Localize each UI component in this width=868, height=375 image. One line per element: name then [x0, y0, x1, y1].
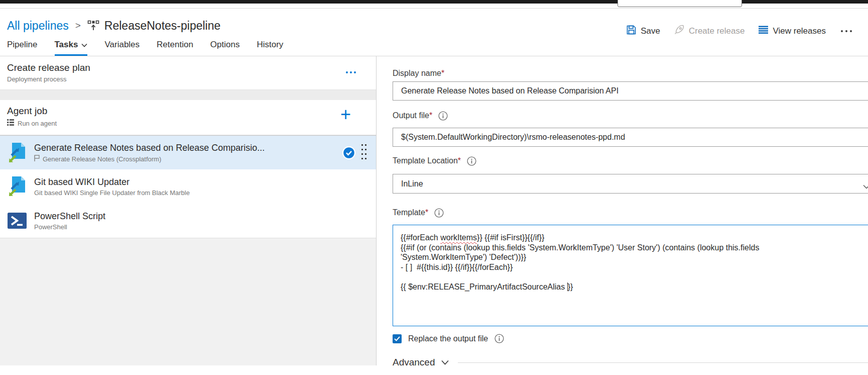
global-search-input[interactable] [617, 0, 742, 7]
tab-variables[interactable]: Variables [104, 40, 140, 56]
view-releases-label: View releases [773, 26, 826, 36]
template-info-icon[interactable] [434, 208, 444, 218]
process-subtitle: Deployment process [7, 75, 376, 83]
task-subtitle: Git based WIKI Single File Updater from … [34, 189, 190, 197]
pipeline-tabs: Pipeline Tasks Variables Retention Optio… [7, 40, 868, 56]
template-textarea[interactable]: {{#forEach workItems}} {{#if isFirst}}{{… [393, 225, 868, 326]
list-icon [759, 26, 768, 36]
process-more-button[interactable] [344, 69, 358, 75]
output-file-info-icon[interactable] [438, 111, 448, 121]
task-subtitle: Generate Release Notes (Crossplatform) [43, 155, 161, 163]
required-asterisk: * [429, 111, 432, 120]
breadcrumb-all-pipelines-link[interactable]: All pipelines [7, 19, 69, 33]
tab-tasks[interactable]: Tasks [55, 40, 88, 56]
template-line: {{#if (or (contains (lookup this.fields … [401, 243, 863, 253]
misspelled-word: workItems [440, 233, 477, 242]
advanced-section-toggle[interactable]: Advanced [393, 357, 868, 368]
template-location-label: Template Location* [393, 156, 868, 166]
agent-job-header[interactable]: Agent job Run on agent + [0, 100, 376, 135]
wiki-updater-task-icon [7, 176, 27, 197]
required-asterisk: * [458, 156, 461, 165]
chevron-down-icon [863, 182, 868, 191]
output-file-input[interactable] [393, 128, 868, 147]
replace-output-info-icon[interactable] [494, 334, 504, 343]
template-line: - [ ] #{{this.id}} {{/if}}{{/forEach}} [401, 262, 863, 272]
release-pipeline-editor: All pipelines > ReleaseNotes-pipeline [0, 0, 868, 375]
agent-job-subtitle: Run on agent [18, 120, 57, 127]
process-title: Create release plan [7, 62, 376, 73]
view-releases-button[interactable]: View releases [759, 26, 826, 36]
template-line [401, 272, 863, 282]
template-line: {{ $env:RELEASE_PrimaryArtifactSourceAli… [401, 282, 863, 292]
tab-pipeline[interactable]: Pipeline [7, 40, 38, 56]
task-subtitle: PowerShell [34, 223, 67, 231]
template-line: 'System.WorkItemType') 'Defect'))}} [401, 252, 863, 262]
template-line: {{#forEach workItems}} {{#if isFirst}}{{… [401, 233, 863, 243]
chevron-down-icon [441, 360, 449, 365]
create-release-button[interactable]: Create release [674, 25, 745, 37]
template-label: Template* [393, 208, 868, 218]
advanced-label: Advanced [393, 357, 435, 368]
release-notes-task-icon [7, 143, 27, 163]
task-settings-form: Display name* Output file* Template Loca… [377, 56, 868, 365]
replace-output-checkbox[interactable] [393, 334, 402, 343]
task-title: Git based WIKI Updater [34, 176, 190, 188]
agent-job-title: Agent job [7, 106, 376, 117]
task-row-powershell-script[interactable]: PowerShell Script PowerShell [0, 204, 376, 238]
required-asterisk: * [441, 69, 444, 77]
save-button[interactable]: Save [627, 25, 660, 37]
top-nav-bar [0, 0, 868, 9]
task-title: PowerShell Script [34, 211, 105, 222]
powershell-task-icon [7, 211, 27, 231]
replace-output-row: Replace the output file [393, 334, 868, 343]
tab-options[interactable]: Options [210, 40, 240, 56]
add-task-button[interactable]: + [337, 105, 354, 124]
flag-icon [34, 155, 40, 163]
display-name-label: Display name* [393, 68, 868, 78]
replace-output-label: Replace the output file [408, 334, 488, 343]
selected-check-icon [342, 146, 355, 161]
pipeline-header: All pipelines > ReleaseNotes-pipeline [0, 9, 868, 56]
chevron-down-icon [81, 40, 87, 50]
required-asterisk: * [425, 208, 428, 217]
tab-retention[interactable]: Retention [157, 40, 193, 56]
panel-divider [0, 90, 376, 100]
page-title: ReleaseNotes-pipeline [104, 19, 220, 33]
rocket-icon [674, 25, 684, 37]
deployment-process-card[interactable]: Create release plan Deployment process [0, 56, 376, 90]
release-pipeline-icon [87, 20, 99, 32]
create-release-label: Create release [689, 26, 745, 36]
agent-grid-icon [7, 119, 14, 127]
section-divider [458, 362, 868, 363]
display-name-input[interactable] [393, 81, 868, 101]
tab-history[interactable]: History [257, 40, 283, 56]
save-label: Save [641, 26, 660, 36]
breadcrumb-separator: > [75, 20, 81, 31]
output-file-label: Output file* [393, 111, 868, 121]
template-location-value: InLine [401, 179, 423, 189]
task-row-generate-release-notes[interactable]: Generate Release Notes based on Release … [0, 135, 376, 169]
drag-handle[interactable] [361, 144, 366, 159]
save-icon [627, 25, 636, 37]
main-content: Create release plan Deployment process A… [0, 56, 868, 365]
task-row-git-wiki-updater[interactable]: Git based WIKI Updater Git based WIKI Si… [0, 169, 376, 204]
template-location-info-icon[interactable] [467, 156, 476, 166]
agent-job-card: Agent job Run on agent + [0, 100, 376, 238]
tasks-panel: Create release plan Deployment process A… [0, 56, 377, 365]
more-actions-button[interactable] [840, 27, 853, 35]
task-title: Generate Release Notes based on Release … [34, 142, 265, 153]
header-actions: Save Create release [627, 25, 853, 37]
template-location-select[interactable]: InLine [393, 174, 868, 194]
